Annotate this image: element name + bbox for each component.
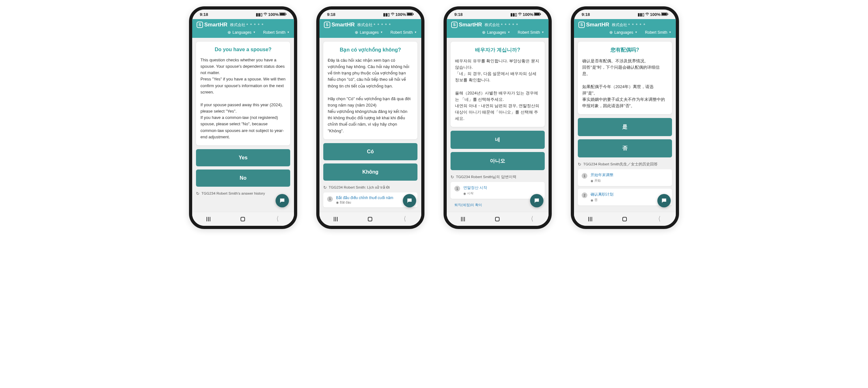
brand-logo: S SmartHR — [197, 22, 227, 28]
brand-logo: S SmartHR — [579, 22, 609, 28]
wifi-icon — [645, 12, 649, 17]
question-card: Do you have a spouse? This question chec… — [196, 42, 290, 146]
battery-text: 100% — [650, 12, 660, 17]
step-status: ◉시작 — [463, 191, 541, 196]
step-number: 1 — [454, 186, 460, 191]
svg-point-12 — [647, 15, 648, 15]
logo-icon: S — [451, 22, 458, 28]
svg-rect-14 — [662, 13, 667, 15]
history-item[interactable]: 1 开始年末调整 ◉开始 — [578, 169, 672, 186]
app-header: S SmartHR 株式会社＊＊＊＊＊ ⊕ Languages ▼ Robert… — [574, 19, 676, 38]
user-menu[interactable]: Robert Smith ▼ — [391, 30, 417, 35]
user-menu[interactable]: Robert Smith ▼ — [518, 30, 544, 35]
no-button[interactable]: Không — [323, 163, 417, 181]
step-number: 2 — [582, 192, 587, 198]
chat-fab[interactable] — [657, 194, 671, 207]
no-button[interactable]: 否 — [578, 139, 672, 157]
chevron-down-icon: ▼ — [541, 31, 544, 34]
signal-icon: ▮▮▯ — [256, 12, 262, 17]
globe-icon: ⊕ — [227, 30, 231, 35]
check-icon: ◉ — [463, 192, 466, 195]
svg-rect-6 — [407, 13, 412, 15]
battery-icon — [534, 12, 541, 17]
nav-recent-icon[interactable] — [334, 217, 340, 221]
question-body: 배우자의 유무를 확인합니다. 부양상황은 묻지않습니다. 「네」의 경우, 다… — [455, 58, 540, 122]
language-selector[interactable]: ⊕ Languages ▼ — [482, 30, 510, 35]
svg-rect-3 — [286, 13, 286, 15]
globe-icon: ⊕ — [482, 30, 486, 35]
step-title: 确认离职计划 — [591, 192, 668, 197]
status-bar: 9:18 ▮▮▯ 100% — [319, 9, 421, 19]
chat-icon — [406, 197, 413, 204]
nav-home-icon[interactable] — [622, 217, 627, 221]
language-selector[interactable]: ⊕ Languages ▼ — [355, 30, 383, 35]
nav-back-icon[interactable]: 〈 — [529, 215, 533, 223]
no-button[interactable]: No — [196, 169, 290, 187]
battery-text: 100% — [396, 12, 406, 17]
nav-home-icon[interactable] — [241, 217, 245, 221]
signal-icon: ▮▮▯ — [510, 12, 517, 17]
language-selector[interactable]: ⊕ Languages ▼ — [227, 30, 255, 35]
question-body: Đây là câu hỏi xác nhận xem bạn có vợ/ch… — [328, 57, 413, 134]
nav-back-icon[interactable]: 〈 — [402, 215, 406, 223]
brand-logo: S SmartHR — [451, 22, 482, 28]
chevron-down-icon: ▼ — [414, 31, 417, 34]
status-icons: ▮▮▯ 100% — [638, 12, 668, 17]
nav-recent-icon[interactable] — [207, 217, 212, 221]
step-number: 1 — [582, 173, 587, 179]
globe-icon: ⊕ — [609, 30, 613, 35]
status-bar: 9:18 ▮▮▯ 100% — [447, 9, 549, 19]
nav-home-icon[interactable] — [368, 217, 372, 221]
refresh-icon: ↻ — [578, 162, 581, 167]
step-title: 开始年末调整 — [591, 172, 668, 178]
history-item[interactable]: 1 연말정산 시작 ◉시작 — [451, 182, 545, 199]
chat-icon — [534, 197, 540, 204]
question-body: 确认是否有配偶。不涉及抚养情况。 回答"是"时，下个问题会确认配偶的详细信息。 … — [582, 58, 668, 109]
nav-home-icon[interactable] — [495, 217, 500, 221]
company-name: 株式会社＊＊＊＊＊ — [230, 22, 265, 28]
history-header: ↻ TGG234 Robert Smith's answer history — [196, 191, 290, 196]
phone-mockup: 9:18 ▮▮▯ 100% S SmartHR 株式会社＊＊＊＊＊ ⊕ Lang… — [189, 6, 297, 229]
language-selector[interactable]: ⊕ Languages ▼ — [609, 30, 637, 35]
chevron-down-icon: ▼ — [380, 31, 383, 34]
question-card: 배우자가 계십니까? 배우자의 유무를 확인합니다. 부양상황은 묻지않습니다.… — [451, 42, 545, 127]
company-name: 株式会社＊＊＊＊＊ — [485, 22, 519, 28]
chevron-down-icon: ▼ — [669, 31, 671, 34]
logo-icon: S — [579, 22, 585, 28]
logo-icon: S — [324, 22, 330, 28]
status-time: 9:18 — [582, 12, 590, 17]
android-nav: 〈 — [319, 212, 421, 226]
chat-icon — [279, 197, 285, 204]
nav-recent-icon[interactable] — [461, 217, 467, 221]
step-title: 연말정산 시작 — [463, 185, 541, 191]
yes-button[interactable]: Có — [323, 143, 417, 160]
battery-text: 100% — [268, 12, 279, 17]
app-header: S SmartHR 株式会社＊＊＊＊＊ ⊕ Languages ▼ Robert… — [319, 19, 421, 38]
chat-fab[interactable] — [530, 194, 544, 207]
yes-button[interactable]: 네 — [451, 131, 545, 149]
chat-fab[interactable] — [403, 194, 416, 207]
wifi-icon — [518, 12, 522, 17]
app-header: S SmartHR 株式会社＊＊＊＊＊ ⊕ Languages ▼ Robert… — [192, 19, 294, 38]
status-time: 9:18 — [454, 12, 463, 17]
user-menu[interactable]: Robert Smith ▼ — [645, 30, 671, 35]
chevron-down-icon: ▼ — [507, 31, 510, 34]
nav-back-icon[interactable]: 〈 — [656, 215, 660, 223]
step-status: ◉否 — [591, 198, 668, 202]
status-time: 9:18 — [200, 12, 208, 17]
battery-icon — [279, 12, 286, 17]
brand-logo: S SmartHR — [324, 22, 355, 28]
phone-mockup: 9:18 ▮▮▯ 100% S SmartHR 株式会社＊＊＊＊＊ ⊕ Lang… — [571, 6, 679, 229]
refresh-icon: ↻ — [451, 174, 454, 180]
nav-back-icon[interactable]: 〈 — [274, 215, 279, 223]
no-button[interactable]: 아니오 — [451, 152, 545, 170]
status-bar: 9:18 ▮▮▯ 100% — [574, 9, 676, 19]
yes-button[interactable]: 是 — [578, 118, 672, 136]
battery-icon — [661, 12, 668, 17]
yes-button[interactable]: Yes — [196, 149, 290, 166]
app-header: S SmartHR 株式会社＊＊＊＊＊ ⊕ Languages ▼ Robert… — [447, 19, 549, 38]
user-menu[interactable]: Robert Smith ▼ — [263, 30, 289, 35]
chat-fab[interactable] — [276, 194, 289, 207]
chevron-down-icon: ▼ — [287, 31, 289, 34]
nav-recent-icon[interactable] — [588, 217, 594, 221]
